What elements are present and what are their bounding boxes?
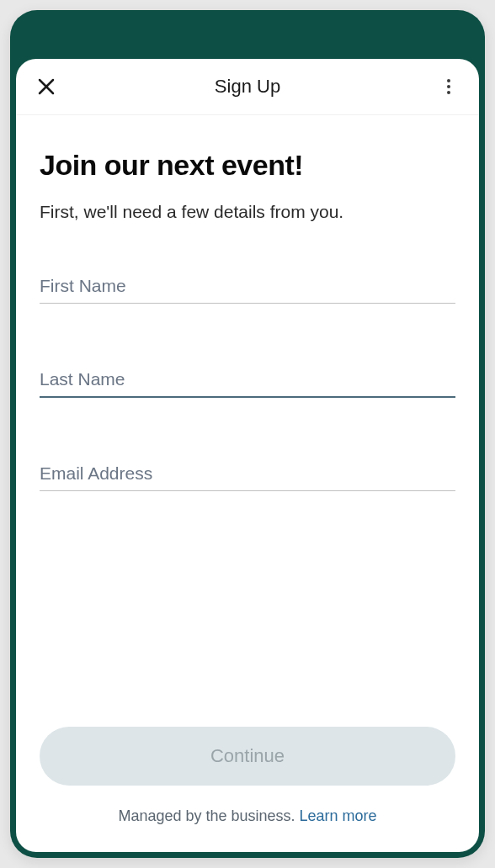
spacer [40,508,455,727]
modal-title: Sign Up [56,76,439,98]
first-name-field [40,269,455,304]
form-heading: Join our next event! [40,149,455,182]
close-icon[interactable] [36,77,56,97]
svg-point-2 [447,79,450,82]
email-input[interactable] [40,457,455,491]
svg-point-4 [447,91,450,94]
email-field [40,457,455,491]
modal-header: Sign Up [16,59,479,115]
modal-footer: Continue Managed by the business. Learn … [16,727,479,852]
svg-point-3 [447,85,450,88]
footer-text: Managed by the business. Learn more [40,807,455,825]
last-name-input[interactable] [40,363,455,398]
first-name-input[interactable] [40,269,455,304]
continue-button[interactable]: Continue [40,727,455,786]
device-frame: Sign Up Join our next event! First, we'l… [10,10,485,858]
last-name-field [40,363,455,398]
form-subheading: First, we'll need a few details from you… [40,202,455,222]
more-vertical-icon[interactable] [439,77,459,97]
managed-by-text: Managed by the business. [118,807,299,824]
signup-modal: Sign Up Join our next event! First, we'l… [16,59,479,852]
learn-more-link[interactable]: Learn more [300,807,377,824]
modal-body: Join our next event! First, we'll need a… [16,115,479,727]
